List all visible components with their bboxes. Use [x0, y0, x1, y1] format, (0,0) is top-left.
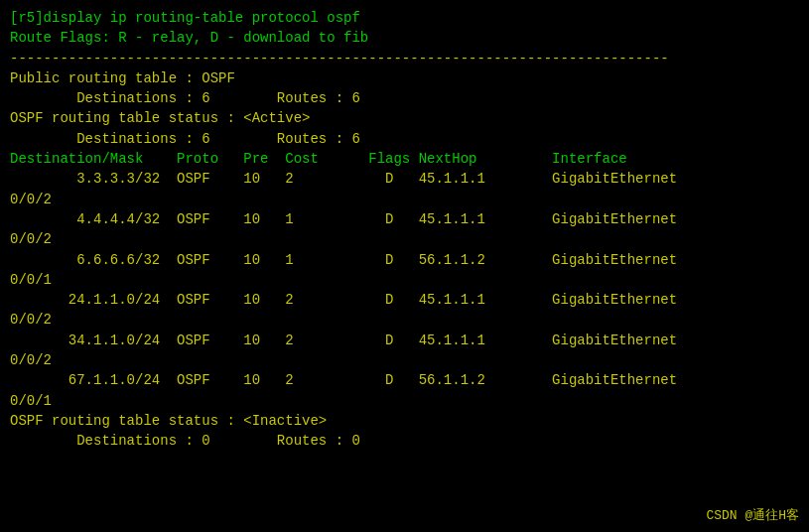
terminal-content: [r5]display ip routing-table protocol os… — [10, 8, 799, 452]
terminal-line: Destination/Mask Proto Pre Cost Flags Ne… — [10, 149, 799, 169]
terminal-line: 0/0/2 — [10, 229, 799, 249]
terminal-line: Route Flags: R - relay, D - download to … — [10, 28, 799, 48]
terminal-line: 0/0/2 — [10, 190, 799, 209]
terminal-line: [r5]display ip routing-table protocol os… — [10, 8, 799, 28]
terminal-line: 0/0/1 — [10, 270, 799, 290]
terminal-line: 6.6.6.6/32 OSPF 10 1 D 56.1.1.2 GigabitE… — [10, 250, 799, 270]
terminal-line: Public routing table : OSPF — [10, 68, 799, 88]
terminal-line: OSPF routing table status : <Active> — [10, 108, 799, 128]
terminal-line: Destinations : 0 Routes : 0 — [10, 431, 799, 451]
terminal-window: [r5]display ip routing-table protocol os… — [0, 0, 809, 532]
terminal-line: 24.1.1.0/24 OSPF 10 2 D 45.1.1.1 Gigabit… — [10, 290, 799, 310]
terminal-line: OSPF routing table status : <Inactive> — [10, 411, 799, 431]
terminal-line: 0/0/2 — [10, 310, 799, 330]
terminal-line: 0/0/1 — [10, 391, 799, 411]
watermark: CSDN @通往H客 — [706, 506, 799, 524]
terminal-line: 0/0/2 — [10, 350, 799, 370]
terminal-line: ----------------------------------------… — [10, 49, 799, 68]
terminal-line: 4.4.4.4/32 OSPF 10 1 D 45.1.1.1 GigabitE… — [10, 209, 799, 229]
terminal-line: 34.1.1.0/24 OSPF 10 2 D 45.1.1.1 Gigabit… — [10, 331, 799, 350]
terminal-line: 67.1.1.0/24 OSPF 10 2 D 56.1.1.2 Gigabit… — [10, 370, 799, 390]
terminal-line: Destinations : 6 Routes : 6 — [10, 129, 799, 149]
terminal-line: Destinations : 6 Routes : 6 — [10, 88, 799, 108]
terminal-line: 3.3.3.3/32 OSPF 10 2 D 45.1.1.1 GigabitE… — [10, 169, 799, 189]
